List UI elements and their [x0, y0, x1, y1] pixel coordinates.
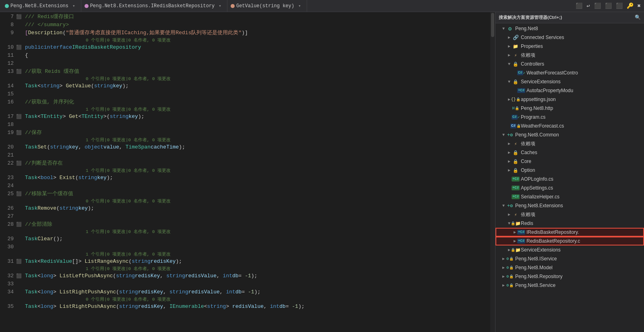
- toolbar-icon-5[interactable]: ⬛: [614, 2, 624, 9]
- tree-label-peng-http: Peng.Net8.http: [521, 105, 553, 111]
- sidebar-search-icon[interactable]: 🔍: [635, 14, 641, 21]
- tree-item-peng-net8[interactable]: ▼ ⚙ Peng.Net8: [495, 24, 644, 33]
- code-line-24: [23, 182, 490, 190]
- tree-item-deps-ext[interactable]: ▶ ⚡ 依赖项: [495, 210, 644, 219]
- code-line-35: Task<long> ListRightPushAsync(string red…: [23, 303, 490, 311]
- scrollbar-vertical[interactable]: [490, 12, 495, 332]
- tab-dropdown-3[interactable]: ▾: [296, 3, 303, 8]
- code-line-15: [23, 90, 490, 98]
- code-content[interactable]: /// Redis缓存接口/// </summary>[Description(…: [23, 12, 490, 332]
- code-line-25: //移除某一个缓存值: [23, 190, 490, 198]
- tree-item-dependencies[interactable]: ▶ ⚡ 依赖项: [495, 51, 644, 60]
- tree-label-caches: Caches: [521, 150, 537, 155]
- tree-item-serviceextensions2[interactable]: ▶ 🔒📁 ServiceExtensions: [495, 245, 644, 254]
- tree-item-serviceextensions[interactable]: ▼ 🔒 ServiceExtensions: [495, 77, 644, 86]
- hint-line: 1 个引用|0 项更改|0 名作者, 0 项更改: [23, 137, 490, 143]
- toolbar-icon-7[interactable]: ✖: [636, 2, 642, 9]
- tree-icon-redis: 🔒📁: [512, 220, 519, 227]
- tree-icon-iredisbasketrepository: +C#: [518, 229, 524, 235]
- tree-arrow-peng-model: ▶: [501, 265, 506, 270]
- tree-item-peng-net8-common[interactable]: ▼ +⚙ Peng.Net8.Common: [495, 130, 644, 139]
- tree-icon-appsettings: {}🔒: [512, 96, 519, 103]
- code-line-22: //判断是否存在: [23, 159, 490, 167]
- code-line-32: Task<long> ListLeftPushAsync(string redi…: [23, 272, 490, 280]
- tab-dropdown-1[interactable]: ▾: [70, 3, 78, 8]
- code-line-27: [23, 212, 490, 221]
- tree-icon-peng-model: ⚙🔒: [507, 264, 513, 271]
- tree-item-deps-common[interactable]: ▶ ⚡ 依赖项: [495, 139, 644, 148]
- tree-arrow-peng-http: [507, 105, 512, 111]
- toolbar-icon-2[interactable]: ↩: [585, 2, 591, 9]
- tree-arrow-peng-net8-extensions: ▼: [501, 203, 506, 208]
- sidebar-title: 搜索解决方案资源管理器(Ctrl+;): [499, 14, 632, 21]
- tree-item-peng-model[interactable]: ▶ ⚙🔒 Peng.Net8.Model: [495, 263, 644, 272]
- tree-item-connected-services[interactable]: ▶ 🔗 Connected Services: [495, 33, 644, 42]
- tree-arrow-deps-ext: ▶: [507, 212, 512, 217]
- sidebar-header: 搜索解决方案资源管理器(Ctrl+;) 🔍: [495, 12, 644, 23]
- tree-item-redis[interactable]: ▼ 🔒📁 Redis: [495, 219, 644, 228]
- tree-label-peng-model: Peng.Net8.Model: [515, 265, 553, 270]
- tree-item-appsettings-cs[interactable]: +C# AppSettings.cs: [495, 184, 644, 192]
- toolbar-icon-3[interactable]: ⬛: [592, 2, 603, 9]
- hint-line: 0 个引用|0 项更改|0 名作者, 0 项更改: [23, 296, 490, 303]
- toolbar-icon-4[interactable]: ⬛: [603, 2, 613, 9]
- code-line-28: //全部清除: [23, 221, 490, 229]
- tree-item-weatherforecast-cs[interactable]: C#🔒 WeatherForecast.cs: [495, 122, 644, 130]
- scrollbar-thumb[interactable]: [491, 13, 494, 37]
- tree-label-program: Program.cs: [521, 114, 545, 120]
- code-line-12: [23, 60, 490, 68]
- tree-item-properties[interactable]: ▶ 📁 Properties: [495, 42, 644, 51]
- tree-item-peng-iservice[interactable]: ▶ ⚙🔒 Peng.Net8.IService: [495, 254, 644, 263]
- tree-item-option[interactable]: ▶ 🔒 Option: [495, 166, 644, 175]
- main-layout: 789 10111213 141516 171819 202122 232425…: [0, 12, 644, 332]
- tree-item-peng-http[interactable]: H🔒 Peng.Net8.http: [495, 104, 644, 113]
- tree-item-iredisbasketrepository[interactable]: ▶ +C# IRedisBasketRepository.: [495, 228, 644, 237]
- tree-arrow-appsettings-cs: [507, 185, 512, 191]
- tree-item-caches[interactable]: ▶ 🔒 Caches: [495, 148, 644, 157]
- tree-item-core[interactable]: ▶ 🔒 Core: [495, 157, 644, 166]
- code-line-14: Task<string> GetValue(string key);: [23, 82, 490, 90]
- tree-item-program[interactable]: C#✓ Program.cs: [495, 113, 644, 122]
- top-bar: Peng.Net8.Extensions ▾ Peng.Net8.Extensi…: [0, 0, 644, 12]
- hint-line: 0 个引用|0 项更改|0 名作者, 0 项更改: [23, 37, 490, 43]
- tree-icon-connected-services: 🔗: [512, 34, 519, 41]
- code-line-30: [23, 243, 490, 251]
- tree-item-controllers[interactable]: ▼ 🔒 Controllers: [495, 60, 644, 68]
- tree-icon-peng-service: ⚙🔒: [507, 282, 513, 289]
- tree-icon-appsettings-cs: +C#: [512, 185, 519, 191]
- tab-icon-3: [231, 4, 235, 8]
- tree-icon-caches: 🔒: [512, 149, 519, 156]
- tree-item-peng-net8-extensions[interactable]: ▼ +⚙ Peng.Net8.Extensions: [495, 201, 644, 210]
- tree-label-peng-service: Peng.Net8.Service: [515, 283, 555, 288]
- tab-dropdown-2[interactable]: ▾: [216, 3, 224, 8]
- tree-icon-serviceextensions2: 🔒📁: [512, 247, 519, 253]
- tree-item-peng-service[interactable]: ▶ ⚙🔒 Peng.Net8.Service: [495, 281, 644, 290]
- toolbar-icon-6[interactable]: 🔑: [625, 2, 635, 9]
- tab-label-3: GetValue(string key): [236, 3, 294, 9]
- tree-label-properties: Properties: [521, 43, 543, 49]
- tree-label-redis: Redis: [521, 221, 533, 226]
- hint-line: 0 个引用|0 项更改|0 名作者, 0 项更改: [23, 76, 490, 82]
- tab-extensions[interactable]: Peng.Net8.Extensions ▾: [2, 0, 81, 12]
- tree-label-peng-net8-common: Peng.Net8.Common: [515, 132, 559, 138]
- tree-icon-controllers: 🔒: [512, 61, 519, 67]
- tree-label-peng-net8: Peng.Net8: [515, 26, 538, 31]
- tree-item-peng-repository[interactable]: ▶ ⚙🔒 Peng.Net8.Repository: [495, 272, 644, 281]
- code-line-11: {: [23, 52, 490, 60]
- tab-irepository[interactable]: Peng.Net8.Extensions.IRedisBasketReposit…: [81, 0, 227, 12]
- tab-icon-1: [5, 4, 9, 8]
- code-line-33: [23, 280, 490, 288]
- tree-label-appsettings-cs: AppSettings.cs: [521, 185, 553, 191]
- tab-getvalue[interactable]: GetValue(string key) ▾: [227, 0, 307, 12]
- tree-item-serializehelper[interactable]: +C# SerializeHelper.cs: [495, 192, 644, 201]
- tree-arrow-peng-service: ▶: [501, 283, 506, 288]
- code-editor[interactable]: 789 10111213 141516 171819 202122 232425…: [0, 12, 495, 332]
- tree-item-appsettings[interactable]: ▶ {}🔒 appsettings.json: [495, 95, 644, 104]
- tree-label-autofac: AutofacPropertyModu: [526, 88, 573, 93]
- tree-item-redisbasketrepository[interactable]: ▶ +C# RedisBasketRepository.c: [495, 237, 644, 245]
- code-line-7: /// Redis缓存接口: [23, 13, 490, 21]
- tree-item-aoploginfo[interactable]: +C# AOPLogInfo.cs: [495, 175, 644, 184]
- tree-item-autofac[interactable]: +C# AutofacPropertyModu: [495, 86, 644, 95]
- tree-item-weatherforecast[interactable]: C#✓ WeatherForecastContro: [495, 68, 644, 77]
- toolbar-icon-1[interactable]: ⬛: [574, 2, 584, 9]
